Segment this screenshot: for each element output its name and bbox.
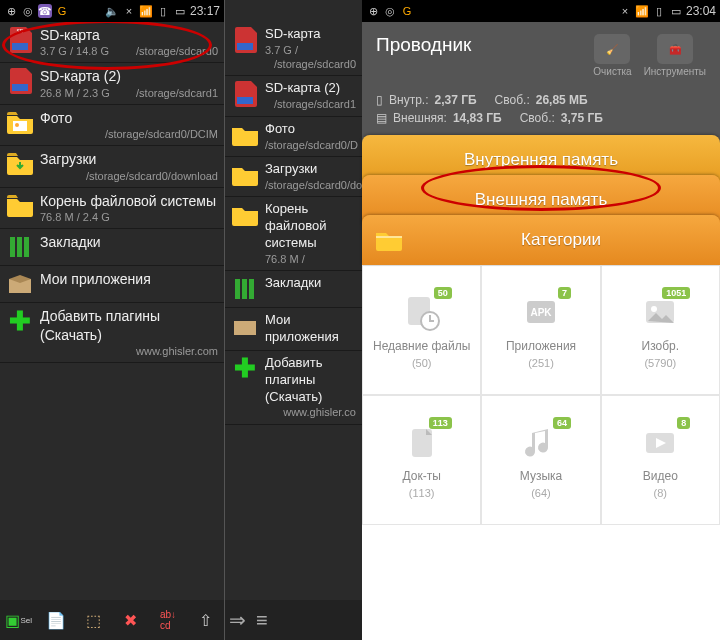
folder-download-icon: [231, 161, 259, 189]
item-sd-card-2[interactable]: SD-карта (2)/storage/sdcard1: [225, 76, 362, 116]
status-bar-right: ⊕ ◎ G × 📶 ▯ ▭ 23:04: [362, 0, 720, 22]
item-add-plugins[interactable]: ✚ Добавить плагины (Скачать) www.ghisler…: [0, 303, 224, 363]
item-title: SD-карта: [265, 26, 356, 43]
item-my-apps[interactable]: Мои приложения: [0, 266, 224, 303]
item-title: Фото: [265, 121, 356, 138]
plus-icon: ✚: [6, 307, 34, 335]
select-button[interactable]: ▣Sel: [4, 605, 34, 635]
item-path: /storage/sdcard0/download: [265, 178, 362, 192]
signal-icon: ×: [618, 4, 632, 18]
circle-icon: ⊕: [366, 4, 380, 18]
item-root[interactable]: Корень файловой системы 76.8 M / 2.4 G: [0, 188, 224, 229]
item-title: Мои приложения: [265, 312, 356, 346]
bookmark-icon: [6, 233, 34, 261]
badge: 1051: [662, 287, 690, 299]
clean-button[interactable]: 🧹 Очистка: [593, 34, 631, 77]
battery-icon: ▭: [173, 4, 187, 18]
up-button[interactable]: ⇧: [190, 605, 220, 635]
item-title: SD-карта (2): [40, 67, 218, 85]
item-add-plugins[interactable]: ✚ Добавить плагины (Скачать)www.ghisler.…: [225, 351, 362, 425]
cell-docs[interactable]: 113 Док-ты (113): [362, 395, 481, 525]
clock: 23:04: [686, 4, 716, 18]
item-my-apps[interactable]: Мои приложения: [225, 308, 362, 351]
svg-rect-6: [17, 237, 22, 257]
bottom-toolbar-2: ⇒ ≡: [225, 600, 362, 640]
item-path: /storage/sdcard0/D: [265, 138, 358, 152]
item-path: /storage/sdcard0/download: [40, 169, 218, 183]
app-icon: G: [55, 4, 69, 18]
folder-photo-icon: [6, 109, 34, 137]
item-photo[interactable]: Фото/storage/sdcard0/D: [225, 117, 362, 157]
svg-point-4: [15, 123, 19, 127]
folder-download-icon: [6, 150, 34, 178]
folder-icon: [6, 192, 34, 220]
item-title: Добавить плагины (Скачать): [40, 307, 218, 343]
cell-count: (64): [531, 487, 551, 499]
cell-label: Видео: [643, 469, 678, 483]
badge: 113: [429, 417, 452, 429]
cell-count: (50): [412, 357, 432, 369]
cell-label: Недавние файлы: [373, 339, 470, 353]
cell-count: (251): [528, 357, 554, 369]
item-sd-card[interactable]: SD SD-карта 3.7 G / 14.8 G/storage/sdcar…: [0, 22, 224, 63]
menu-button[interactable]: ≡: [256, 609, 268, 632]
image-icon: 1051: [638, 291, 682, 335]
item-title: Закладки: [40, 233, 218, 251]
svg-rect-8: [237, 43, 253, 50]
box-icon: [231, 312, 259, 340]
svg-rect-2: [12, 84, 28, 91]
item-sd-card-2[interactable]: SD-карта (2) 26.8 M / 2.3 G/storage/sdca…: [0, 63, 224, 104]
svg-rect-0: [12, 43, 28, 50]
item-title: Загрузки: [265, 161, 356, 178]
item-photo[interactable]: Фото /storage/sdcard0/DCIM: [0, 105, 224, 146]
item-path: /storage/sdcard0/DCIM: [40, 127, 218, 141]
phone-icon: ▯: [376, 93, 383, 107]
item-title: Мои приложения: [40, 270, 218, 288]
sd-icon: [6, 67, 34, 95]
folder-photo-icon: [231, 121, 259, 149]
cell-music[interactable]: 64 Музыка (64): [481, 395, 600, 525]
item-title: Фото: [40, 109, 218, 127]
cell-video[interactable]: 8 Видео (8): [601, 395, 720, 525]
item-path: /storage/sdcard1: [110, 86, 218, 100]
tab-categories[interactable]: Категории: [362, 215, 720, 265]
item-size: 26.8 M / 2.3 G: [40, 86, 110, 100]
svg-rect-11: [242, 279, 247, 299]
item-root[interactable]: Корень файловой системы76.8 M /: [225, 197, 362, 271]
item-title: Загрузки: [40, 150, 218, 168]
value: 3,75 ГБ: [561, 111, 603, 125]
copy-button[interactable]: 📄: [41, 605, 71, 635]
gear-icon: ◎: [383, 4, 397, 18]
item-downloads[interactable]: Загрузки /storage/sdcard0/download: [0, 146, 224, 187]
svg-rect-7: [24, 237, 29, 257]
item-path: /storage/sdcard1: [265, 97, 356, 111]
item-path: www.ghisler.co: [265, 405, 356, 419]
signal-icon: ×: [122, 4, 136, 18]
item-bookmarks[interactable]: Закладки: [0, 229, 224, 266]
delete-button[interactable]: ✖: [116, 605, 146, 635]
archive-button[interactable]: ⬚: [78, 605, 108, 635]
item-downloads[interactable]: Загрузки/storage/sdcard0/download: [225, 157, 362, 197]
item-bookmarks[interactable]: Закладки: [225, 271, 362, 308]
sort-button[interactable]: ab↓cd: [153, 605, 183, 635]
cell-images[interactable]: 1051 Изобр. (5790): [601, 265, 720, 395]
badge: 7: [558, 287, 571, 299]
arrow-button[interactable]: ⇒: [229, 608, 246, 632]
doc-icon: 113: [400, 421, 444, 465]
cell-label: Музыка: [520, 469, 562, 483]
svg-text:SD: SD: [17, 28, 24, 34]
storage-tabs: Внутренняя память Внешняя память Категор…: [362, 135, 720, 265]
item-title: Корень файловой системы: [40, 192, 218, 210]
bottom-toolbar-1: ▣Sel 📄 ⬚ ✖ ab↓cd ⇧: [0, 600, 224, 640]
badge: 64: [553, 417, 571, 429]
tools-button[interactable]: 🧰 Инструменты: [644, 34, 706, 77]
battery-icon: ▭: [669, 4, 683, 18]
wifi-icon: 📶: [635, 4, 649, 18]
svg-rect-10: [235, 279, 240, 299]
left-panel: ⊕ ◎ ☎ G 🔈 × 📶 ▯ ▭ 23:17 SD SD-карта 3.7 …: [0, 0, 224, 640]
cell-apps[interactable]: APK7 Приложения (251): [481, 265, 600, 395]
item-sd-card[interactable]: SD-карта3.7 G //storage/sdcard0: [225, 22, 362, 76]
cell-recent[interactable]: 50 Недавние файлы (50): [362, 265, 481, 395]
folder-icon: [376, 229, 402, 251]
action-label: Очистка: [593, 66, 631, 77]
